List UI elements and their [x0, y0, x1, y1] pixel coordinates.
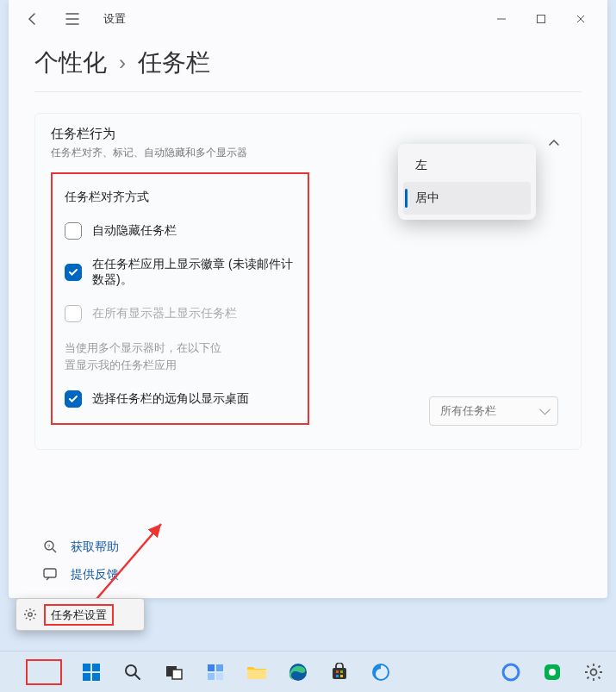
badges-checkbox[interactable]: [65, 264, 82, 281]
svg-text:?: ?: [47, 544, 51, 549]
maximize-button[interactable]: [521, 5, 561, 33]
svg-rect-9: [92, 673, 100, 681]
store-button[interactable]: [327, 660, 352, 684]
all-displays-checkbox: [65, 305, 82, 322]
all-displays-label: 在所有显示器上显示任务栏: [92, 306, 237, 321]
svg-point-10: [126, 665, 136, 676]
svg-point-25: [503, 664, 519, 680]
divider: [34, 91, 582, 92]
svg-rect-16: [216, 673, 223, 680]
svg-rect-8: [83, 673, 90, 681]
cortana-button[interactable]: [499, 660, 523, 684]
help-icon: ?: [43, 539, 59, 555]
svg-point-5: [28, 613, 32, 616]
browser-app-button[interactable]: [369, 660, 393, 684]
svg-rect-23: [340, 675, 343, 677]
app-title: 设置: [103, 11, 126, 27]
svg-rect-0: [538, 16, 545, 23]
alignment-option-left[interactable]: 左: [403, 149, 531, 182]
highlighted-settings-group: 任务栏对齐方式 自动隐藏任务栏 在任务栏应用上显示徽章 (未读邮件计数器)。 在…: [51, 172, 309, 425]
file-explorer-button[interactable]: [245, 660, 269, 684]
footer-links: ? 获取帮助 提供反馈: [43, 539, 119, 583]
alignment-option-center[interactable]: 居中: [403, 182, 531, 215]
taskbar: [0, 651, 616, 692]
taskbar-context-menu: 任务栏设置: [16, 598, 145, 631]
all-displays-row: 在所有显示器上显示任务栏: [65, 305, 296, 322]
feedback-label: 提供反馈: [71, 567, 119, 583]
task-view-button[interactable]: [162, 660, 186, 684]
annotation-empty-highlight: [26, 659, 62, 685]
feedback-icon: [43, 568, 59, 582]
auto-hide-label: 自动隐藏任务栏: [92, 223, 177, 239]
svg-rect-12: [172, 670, 182, 679]
minimize-button[interactable]: [482, 5, 521, 33]
breadcrumb-current: 任务栏: [138, 47, 210, 79]
multi-monitor-dropdown-value: 所有任务栏: [440, 404, 496, 417]
titlebar: 设置: [9, 0, 607, 38]
hamburger-menu-button[interactable]: [55, 3, 90, 34]
svg-rect-14: [216, 664, 223, 671]
section-title: 任务栏行为: [51, 126, 247, 142]
close-button[interactable]: [561, 5, 600, 33]
widgets-button[interactable]: [203, 660, 227, 684]
far-corner-label: 选择任务栏的远角以显示桌面: [92, 391, 249, 407]
start-button[interactable]: [79, 660, 103, 684]
auto-hide-checkbox[interactable]: [65, 222, 82, 240]
collapse-button[interactable]: [543, 132, 565, 154]
badges-label: 在任务栏应用上显示徽章 (未读邮件计数器)。: [92, 257, 296, 288]
svg-point-28: [591, 669, 597, 675]
svg-rect-22: [336, 675, 339, 677]
section-subtitle: 任务栏对齐、标记、自动隐藏和多个显示器: [51, 146, 247, 160]
multi-monitor-label: 当使用多个显示器时，在以下位置显示我的任务栏应用: [65, 340, 228, 373]
breadcrumb: 个性化 › 任务栏: [9, 38, 607, 91]
svg-point-27: [549, 669, 556, 676]
context-menu-highlight: 任务栏设置: [44, 604, 114, 626]
get-help-link[interactable]: ? 获取帮助: [43, 539, 119, 555]
edge-button[interactable]: [286, 660, 310, 684]
settings-button[interactable]: [582, 660, 606, 684]
svg-rect-3: [44, 569, 56, 577]
badges-row[interactable]: 在任务栏应用上显示徽章 (未读邮件计数器)。: [65, 257, 296, 288]
svg-rect-6: [83, 664, 90, 671]
auto-hide-row[interactable]: 自动隐藏任务栏: [65, 222, 296, 240]
back-button[interactable]: [16, 3, 50, 34]
far-corner-checkbox[interactable]: [65, 390, 82, 408]
svg-rect-15: [208, 673, 215, 680]
svg-rect-13: [208, 664, 215, 671]
app-green-button[interactable]: [540, 660, 564, 684]
far-corner-row[interactable]: 选择任务栏的远角以显示桌面: [65, 390, 296, 408]
breadcrumb-parent[interactable]: 个性化: [34, 47, 107, 79]
svg-rect-20: [336, 670, 339, 673]
search-button[interactable]: [121, 660, 145, 684]
multi-monitor-dropdown[interactable]: 所有任务栏: [429, 396, 558, 426]
taskbar-settings-menu-item[interactable]: 任务栏设置: [51, 608, 107, 621]
settings-window: 设置 个性化 › 任务栏 任务栏行为 任务栏对齐、标记、自动隐藏和多个显示器: [9, 0, 607, 598]
svg-rect-7: [92, 664, 100, 671]
feedback-link[interactable]: 提供反馈: [43, 567, 119, 583]
multi-monitor-row: 当使用多个显示器时，在以下位置显示我的任务栏应用: [65, 340, 296, 373]
svg-rect-17: [247, 670, 266, 679]
chevron-right-icon: ›: [119, 51, 126, 75]
gear-icon: [23, 608, 37, 621]
alignment-dropdown-popup: 左 居中: [398, 144, 536, 220]
alignment-label: 任务栏对齐方式: [65, 190, 296, 205]
get-help-label: 获取帮助: [71, 539, 119, 555]
svg-rect-19: [333, 668, 346, 679]
svg-rect-21: [340, 670, 343, 673]
